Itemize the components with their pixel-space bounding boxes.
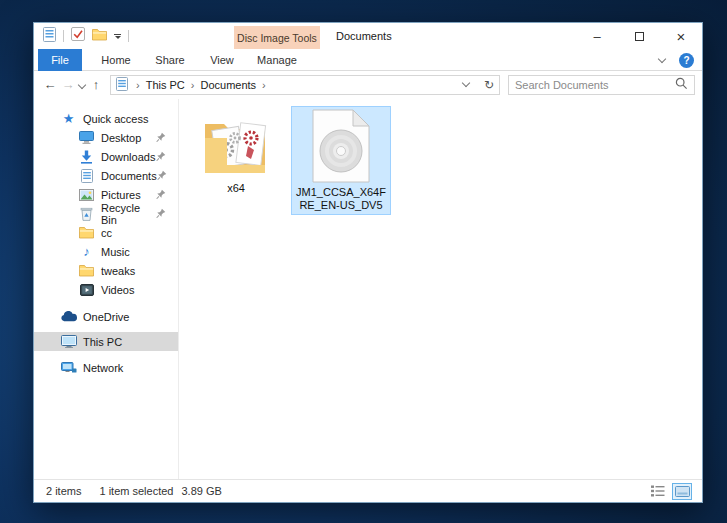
- pin-icon[interactable]: [156, 132, 166, 144]
- videos-icon: [78, 284, 95, 296]
- title-bar: Disc Image Tools Documents – ×: [34, 23, 702, 49]
- up-button[interactable]: ↑: [87, 77, 105, 92]
- sidebar-item-downloads[interactable]: Downloads: [34, 147, 178, 166]
- recent-locations-icon[interactable]: [78, 80, 86, 88]
- sidebar-item-label: Downloads: [101, 151, 155, 163]
- status-bar: 2 items 1 item selected 3.89 GB: [34, 479, 702, 502]
- maximize-button[interactable]: [618, 23, 660, 49]
- file-tile-disc-image[interactable]: JM1_CCSA_X64FRE_EN-US_DV5: [291, 106, 391, 215]
- breadcrumb-this-pc[interactable]: This PC: [146, 79, 185, 91]
- sidebar-item-quick-access[interactable]: ★ Quick access: [34, 109, 178, 128]
- breadcrumb-documents[interactable]: Documents: [200, 79, 256, 91]
- sidebar-item-music[interactable]: ♪ Music: [34, 242, 178, 261]
- document-icon: [78, 169, 95, 183]
- sidebar-item-this-pc[interactable]: This PC: [34, 332, 178, 351]
- back-button[interactable]: ←: [41, 77, 59, 92]
- tab-file[interactable]: File: [38, 49, 82, 71]
- tab-home[interactable]: Home: [92, 49, 140, 71]
- close-button[interactable]: ×: [660, 23, 702, 49]
- sidebar-item-label: Pictures: [101, 189, 141, 201]
- sidebar-item-label: Network: [83, 362, 123, 374]
- navigation-pane: ★ Quick access Desktop Downloads: [34, 99, 179, 479]
- folder-icon: [78, 226, 95, 239]
- tab-share[interactable]: Share: [146, 49, 194, 71]
- explorer-window: Disc Image Tools Documents – × File Home…: [33, 22, 703, 503]
- ribbon-tabs: File Home Share View Manage ?: [34, 49, 702, 71]
- separator: [128, 30, 129, 42]
- sidebar-item-label: OneDrive: [83, 311, 129, 323]
- sidebar-item-label: Documents: [101, 170, 157, 182]
- sidebar-item-label: tweaks: [101, 265, 135, 277]
- forward-button[interactable]: →: [59, 77, 77, 92]
- search-input[interactable]: [515, 79, 675, 91]
- sidebar-item-label: Desktop: [101, 132, 141, 144]
- music-note-icon: ♪: [78, 244, 95, 259]
- breadcrumb-separator: ›: [191, 79, 195, 91]
- file-name: JM1_CCSA_X64FRE_EN-US_DV5: [294, 186, 388, 212]
- selection-size: 3.89 GB: [181, 485, 221, 497]
- pin-icon[interactable]: [156, 208, 166, 220]
- desktop-icon: [78, 131, 95, 144]
- sidebar-item-onedrive[interactable]: OneDrive: [34, 307, 178, 326]
- address-bar[interactable]: › This PC › Documents › ↻: [110, 75, 500, 95]
- sidebar-item-label: Music: [101, 246, 130, 258]
- file-tile-x64[interactable]: x64: [197, 106, 275, 195]
- pin-icon[interactable]: [156, 151, 166, 163]
- pin-icon[interactable]: [156, 189, 166, 201]
- tab-manage[interactable]: Manage: [234, 49, 320, 71]
- download-icon: [78, 150, 95, 164]
- sidebar-item-recycle-bin[interactable]: Recycle Bin: [34, 204, 178, 223]
- navigation-bar: ← → ↑ › This PC › Documents › ↻: [34, 71, 702, 98]
- sidebar-item-label: cc: [101, 227, 112, 239]
- breadcrumb-separator: ›: [262, 79, 266, 91]
- folder-with-contents-icon: [202, 116, 270, 178]
- large-icons-view-button[interactable]: [672, 483, 692, 500]
- breadcrumb-separator: ›: [136, 79, 140, 91]
- search-icon[interactable]: [675, 76, 688, 94]
- new-folder-icon[interactable]: [92, 27, 107, 45]
- search-box[interactable]: [508, 75, 695, 95]
- network-icon: [60, 362, 77, 374]
- onedrive-cloud-icon: [60, 311, 77, 322]
- window-controls: – ×: [576, 23, 702, 49]
- this-pc-icon: [60, 335, 77, 348]
- window-title: Documents: [336, 23, 392, 49]
- maximize-icon: [635, 32, 644, 41]
- address-dropdown-icon[interactable]: [462, 79, 470, 87]
- separator: [63, 30, 64, 42]
- sidebar-item-network[interactable]: Network: [34, 358, 178, 377]
- selection-count: 1 item selected: [99, 485, 173, 497]
- customize-toolbar-caret-icon[interactable]: [114, 34, 121, 39]
- sidebar-item-label: This PC: [83, 336, 122, 348]
- sidebar-item-tweaks[interactable]: tweaks: [34, 261, 178, 280]
- location-icon: [116, 77, 128, 93]
- pictures-icon: [78, 189, 95, 201]
- sidebar-item-label: Recycle Bin: [101, 202, 156, 226]
- explorer-app-icon: [43, 27, 56, 46]
- help-icon[interactable]: ?: [679, 53, 694, 68]
- details-view-button[interactable]: [648, 483, 668, 500]
- refresh-icon[interactable]: ↻: [479, 78, 499, 92]
- star-icon: ★: [60, 111, 77, 126]
- file-name: x64: [197, 182, 275, 195]
- quick-access-toolbar: [34, 27, 129, 46]
- sidebar-item-label: Quick access: [83, 113, 148, 125]
- minimize-button[interactable]: –: [576, 23, 618, 49]
- sidebar-item-desktop[interactable]: Desktop: [34, 128, 178, 147]
- properties-icon[interactable]: [71, 27, 85, 45]
- file-list-area[interactable]: x64 JM1_CCSA_X64FRE_E: [179, 99, 702, 479]
- sidebar-item-cc[interactable]: cc: [34, 223, 178, 242]
- item-count: 2 items: [46, 485, 81, 497]
- sidebar-item-label: Videos: [101, 284, 134, 296]
- expand-ribbon-icon[interactable]: [658, 54, 666, 62]
- pin-icon[interactable]: [157, 170, 167, 182]
- folder-icon: [78, 264, 95, 277]
- contextual-tab-disc-image-tools[interactable]: Disc Image Tools: [234, 26, 320, 49]
- sidebar-item-videos[interactable]: Videos: [34, 280, 178, 299]
- sidebar-item-documents[interactable]: Documents: [34, 166, 178, 185]
- disc-image-file-icon: [312, 109, 370, 185]
- recycle-bin-icon: [78, 207, 95, 221]
